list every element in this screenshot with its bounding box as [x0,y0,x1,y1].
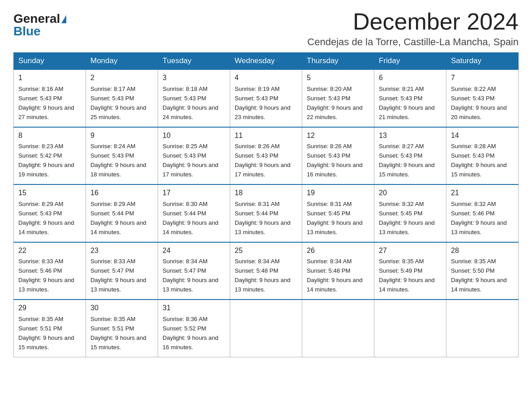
day-info: Sunrise: 8:20 AMSunset: 5:43 PMDaylight:… [307,86,363,120]
day-info: Sunrise: 8:26 AMSunset: 5:43 PMDaylight:… [307,143,363,178]
weekday-header-tuesday: Tuesday [158,53,230,70]
month-title: December 2024 [307,9,519,34]
calendar-day-cell: 16Sunrise: 8:29 AMSunset: 5:44 PMDayligh… [86,184,158,242]
calendar-day-cell: 24Sunrise: 8:34 AMSunset: 5:47 PMDayligh… [158,242,230,300]
day-number: 3 [163,73,225,84]
day-number: 19 [307,188,369,199]
calendar-day-cell: 11Sunrise: 8:26 AMSunset: 5:43 PMDayligh… [230,127,302,184]
calendar-day-cell: 8Sunrise: 8:23 AMSunset: 5:42 PMDaylight… [14,127,86,184]
calendar-week-row: 8Sunrise: 8:23 AMSunset: 5:42 PMDaylight… [14,127,519,184]
day-info: Sunrise: 8:30 AMSunset: 5:44 PMDaylight:… [163,201,219,235]
day-number: 14 [451,130,514,141]
day-info: Sunrise: 8:32 AMSunset: 5:45 PMDaylight:… [379,201,435,235]
calendar-week-row: 22Sunrise: 8:33 AMSunset: 5:46 PMDayligh… [14,242,519,300]
day-number: 23 [90,245,153,257]
day-number: 27 [379,245,442,257]
day-info: Sunrise: 8:35 AMSunset: 5:51 PMDaylight:… [90,316,146,351]
logo-triangle-icon [61,15,66,23]
weekday-header-wednesday: Wednesday [230,53,302,70]
weekday-header-friday: Friday [374,53,446,70]
day-number: 30 [90,303,153,314]
calendar-day-cell: 23Sunrise: 8:33 AMSunset: 5:47 PMDayligh… [86,242,158,300]
day-number: 22 [18,245,81,257]
calendar-day-cell: 2Sunrise: 8:17 AMSunset: 5:43 PMDaylight… [86,69,158,127]
day-number: 8 [18,130,81,141]
calendar-empty-cell [230,300,302,357]
day-number: 28 [451,245,514,257]
calendar-day-cell: 21Sunrise: 8:32 AMSunset: 5:46 PMDayligh… [446,184,519,242]
day-info: Sunrise: 8:33 AMSunset: 5:46 PMDaylight:… [18,258,74,293]
calendar-week-row: 29Sunrise: 8:35 AMSunset: 5:51 PMDayligh… [14,300,519,357]
day-number: 10 [163,130,225,141]
calendar-day-cell: 12Sunrise: 8:26 AMSunset: 5:43 PMDayligh… [302,127,374,184]
day-info: Sunrise: 8:34 AMSunset: 5:48 PMDaylight:… [235,258,291,293]
logo: General Blue [13,13,66,38]
calendar-week-row: 1Sunrise: 8:16 AMSunset: 5:43 PMDaylight… [14,69,519,127]
calendar-day-cell: 30Sunrise: 8:35 AMSunset: 5:51 PMDayligh… [86,300,158,357]
day-info: Sunrise: 8:28 AMSunset: 5:43 PMDaylight:… [451,143,507,178]
calendar-day-cell: 10Sunrise: 8:25 AMSunset: 5:43 PMDayligh… [158,127,230,184]
calendar-day-cell: 26Sunrise: 8:34 AMSunset: 5:48 PMDayligh… [302,242,374,300]
day-info: Sunrise: 8:19 AMSunset: 5:43 PMDaylight:… [235,86,291,120]
day-info: Sunrise: 8:27 AMSunset: 5:43 PMDaylight:… [379,143,435,178]
day-number: 31 [163,303,225,314]
calendar-day-cell: 29Sunrise: 8:35 AMSunset: 5:51 PMDayligh… [14,300,86,357]
day-number: 12 [307,130,369,141]
weekday-header-monday: Monday [86,53,158,70]
day-number: 21 [451,188,514,199]
calendar-empty-cell [374,300,446,357]
calendar-day-cell: 3Sunrise: 8:18 AMSunset: 5:43 PMDaylight… [158,69,230,127]
day-number: 4 [235,73,297,84]
calendar-day-cell: 15Sunrise: 8:29 AMSunset: 5:43 PMDayligh… [14,184,86,242]
day-number: 15 [18,188,81,199]
calendar-day-cell: 6Sunrise: 8:21 AMSunset: 5:43 PMDaylight… [374,69,446,127]
calendar-day-cell: 17Sunrise: 8:30 AMSunset: 5:44 PMDayligh… [158,184,230,242]
day-number: 20 [379,188,442,199]
day-info: Sunrise: 8:22 AMSunset: 5:43 PMDaylight:… [451,86,507,120]
page-header: General Blue December 2024 Cendejas de l… [13,9,519,48]
calendar-day-cell: 27Sunrise: 8:35 AMSunset: 5:49 PMDayligh… [374,242,446,300]
calendar-day-cell: 22Sunrise: 8:33 AMSunset: 5:46 PMDayligh… [14,242,86,300]
calendar-day-cell: 7Sunrise: 8:22 AMSunset: 5:43 PMDaylight… [446,69,519,127]
day-info: Sunrise: 8:21 AMSunset: 5:43 PMDaylight:… [379,86,435,120]
day-info: Sunrise: 8:29 AMSunset: 5:43 PMDaylight:… [18,201,74,235]
calendar-day-cell: 9Sunrise: 8:24 AMSunset: 5:43 PMDaylight… [86,127,158,184]
day-number: 25 [235,245,297,257]
day-info: Sunrise: 8:24 AMSunset: 5:43 PMDaylight:… [90,143,146,178]
day-info: Sunrise: 8:34 AMSunset: 5:47 PMDaylight:… [163,258,219,293]
day-info: Sunrise: 8:26 AMSunset: 5:43 PMDaylight:… [235,143,291,178]
day-info: Sunrise: 8:23 AMSunset: 5:42 PMDaylight:… [18,143,74,178]
calendar-empty-cell [446,300,519,357]
day-info: Sunrise: 8:34 AMSunset: 5:48 PMDaylight:… [307,258,363,293]
day-number: 11 [235,130,297,141]
day-info: Sunrise: 8:17 AMSunset: 5:43 PMDaylight:… [90,86,146,120]
calendar-day-cell: 13Sunrise: 8:27 AMSunset: 5:43 PMDayligh… [374,127,446,184]
day-number: 9 [90,130,153,141]
day-info: Sunrise: 8:36 AMSunset: 5:52 PMDaylight:… [163,316,219,351]
day-info: Sunrise: 8:18 AMSunset: 5:43 PMDaylight:… [163,86,219,120]
calendar-empty-cell [302,300,374,357]
day-info: Sunrise: 8:35 AMSunset: 5:49 PMDaylight:… [379,258,435,293]
calendar-week-row: 15Sunrise: 8:29 AMSunset: 5:43 PMDayligh… [14,184,519,242]
day-number: 13 [379,130,442,141]
calendar-day-cell: 31Sunrise: 8:36 AMSunset: 5:52 PMDayligh… [158,300,230,357]
logo-general-text: General [13,13,60,25]
calendar-day-cell: 5Sunrise: 8:20 AMSunset: 5:43 PMDaylight… [302,69,374,127]
day-number: 18 [235,188,297,199]
day-number: 5 [307,73,369,84]
calendar-day-cell: 19Sunrise: 8:31 AMSunset: 5:45 PMDayligh… [302,184,374,242]
day-info: Sunrise: 8:35 AMSunset: 5:50 PMDaylight:… [451,258,507,293]
day-info: Sunrise: 8:33 AMSunset: 5:47 PMDaylight:… [90,258,146,293]
calendar-day-cell: 4Sunrise: 8:19 AMSunset: 5:43 PMDaylight… [230,69,302,127]
day-number: 26 [307,245,369,257]
day-number: 16 [90,188,153,199]
weekday-header-thursday: Thursday [302,53,374,70]
calendar-day-cell: 28Sunrise: 8:35 AMSunset: 5:50 PMDayligh… [446,242,519,300]
calendar-day-cell: 25Sunrise: 8:34 AMSunset: 5:48 PMDayligh… [230,242,302,300]
calendar-table: SundayMondayTuesdayWednesdayThursdayFrid… [13,52,519,357]
weekday-header-row: SundayMondayTuesdayWednesdayThursdayFrid… [14,53,519,70]
day-info: Sunrise: 8:32 AMSunset: 5:46 PMDaylight:… [451,201,507,235]
day-number: 24 [163,245,225,257]
calendar-day-cell: 20Sunrise: 8:32 AMSunset: 5:45 PMDayligh… [374,184,446,242]
day-number: 7 [451,73,514,84]
